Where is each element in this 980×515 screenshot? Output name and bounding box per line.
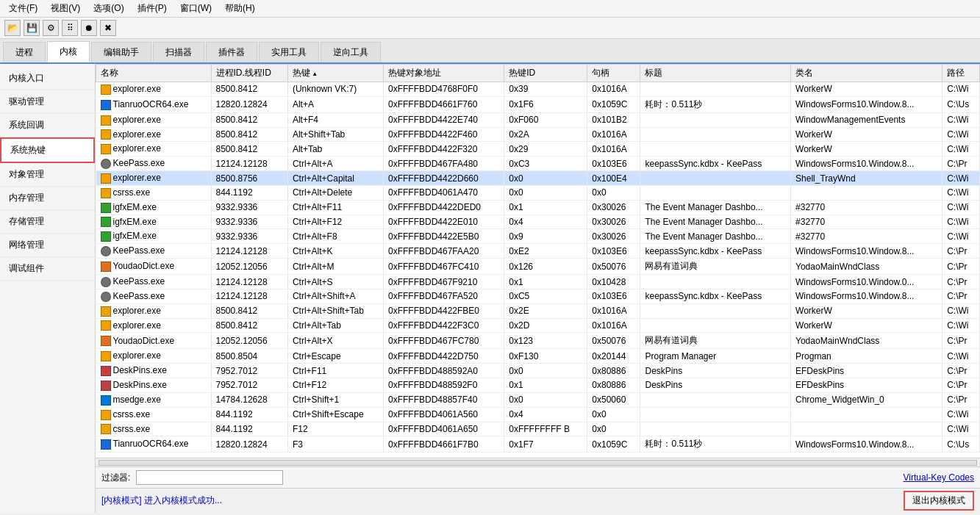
cell-4-8: C:\Wi bbox=[943, 142, 980, 156]
col-header-2[interactable]: 热键 ▲ bbox=[287, 65, 383, 82]
cell-3-8: C:\Wi bbox=[943, 127, 980, 142]
table-row[interactable]: igfxEM.exe9332.9336Ctrl+Alt+F120xFFFFBDD… bbox=[96, 215, 980, 229]
cell-18-8: C:\Wi bbox=[943, 349, 980, 364]
table-row[interactable]: csrss.exe844.1192Ctrl+Shift+Escape0xFFFF… bbox=[96, 407, 980, 422]
sidebar-item-0[interactable]: 内核入口 bbox=[0, 67, 95, 90]
tab-进程[interactable]: 进程 bbox=[3, 42, 46, 62]
row-icon bbox=[101, 159, 111, 169]
col-header-5[interactable]: 句柄 bbox=[587, 65, 640, 82]
table-row[interactable]: explorer.exe8500.8412Ctrl+Alt+Shift+Tab0… bbox=[96, 303, 980, 318]
cell-14-3: 0xFFFFBDD467FA520 bbox=[383, 289, 504, 303]
menu-plugins[interactable]: 插件(P) bbox=[132, 1, 173, 16]
content-area: 名称进程ID.线程ID热键 ▲热键对象地址热键ID句柄标题类名路径 explor… bbox=[96, 64, 980, 513]
col-header-1[interactable]: 进程ID.线程ID bbox=[211, 65, 287, 82]
table-row[interactable]: explorer.exe8500.8504Ctrl+Escape0xFFFFBD… bbox=[96, 349, 980, 364]
cell-5-2: Ctrl+Alt+A bbox=[287, 156, 383, 171]
col-header-7[interactable]: 类名 bbox=[791, 65, 943, 82]
cell-3-0: explorer.exe bbox=[96, 127, 212, 142]
cell-23-0: csrss.exe bbox=[96, 422, 212, 436]
cell-8-8: C:\Wi bbox=[943, 200, 980, 215]
vk-codes-link[interactable]: Virtual-Key Codes bbox=[904, 472, 975, 483]
menu-help[interactable]: 帮助(H) bbox=[219, 1, 261, 16]
table-row[interactable]: explorer.exe8500.8412Alt+Tab0xFFFFBDD442… bbox=[96, 142, 980, 156]
cell-0-7: WorkerW bbox=[791, 82, 943, 97]
row-icon bbox=[101, 439, 111, 450]
menu-file[interactable]: 文件(F) bbox=[3, 1, 43, 16]
table-row[interactable]: DeskPins.exe7952.7012Ctrl+F110xFFFFBDD48… bbox=[96, 364, 980, 378]
table-row[interactable]: igfxEM.exe9332.9336Ctrl+Alt+F80xFFFFBDD4… bbox=[96, 229, 980, 244]
h-scrollbar[interactable] bbox=[99, 460, 977, 466]
row-icon bbox=[101, 144, 111, 154]
sidebar-item-7[interactable]: 网络管理 bbox=[0, 234, 95, 257]
table-row[interactable]: YoudaoDict.exe12052.12056Ctrl+Alt+M0xFFF… bbox=[96, 259, 980, 275]
sidebar-item-1[interactable]: 驱动管理 bbox=[0, 90, 95, 114]
kernel-mode-link[interactable]: [内核模式] 进入内核模式成功... bbox=[101, 494, 222, 507]
sidebar-item-5[interactable]: 内存管理 bbox=[0, 187, 95, 210]
cell-22-6 bbox=[640, 407, 791, 422]
menu-view[interactable]: 视图(V) bbox=[45, 1, 86, 16]
toolbar-dots[interactable]: ⠿ bbox=[62, 20, 78, 36]
tab-扫描器[interactable]: 扫描器 bbox=[153, 42, 204, 62]
table-row[interactable]: KeePass.exe12124.12128Ctrl+Alt+K0xFFFFBD… bbox=[96, 244, 980, 259]
table-row[interactable]: csrss.exe844.1192Ctrl+Alt+Delete0xFFFFBD… bbox=[96, 185, 980, 200]
table-row[interactable]: KeePass.exe12124.12128Ctrl+Alt+A0xFFFFBD… bbox=[96, 156, 980, 171]
table-row[interactable]: explorer.exe8500.8412(Unknown VK:7)0xFFF… bbox=[96, 82, 980, 97]
table-row[interactable]: msedge.exe14784.12628Ctrl+Shift+10xFFFFB… bbox=[96, 392, 980, 407]
cell-21-4: 0x0 bbox=[504, 392, 587, 407]
cell-18-0: explorer.exe bbox=[96, 349, 212, 364]
cell-17-1: 12052.12056 bbox=[211, 333, 287, 349]
cell-3-3: 0xFFFFBDD4422F460 bbox=[383, 127, 504, 142]
filter-input[interactable] bbox=[136, 470, 283, 485]
table-row[interactable]: igfxEM.exe9332.9336Ctrl+Alt+F110xFFFFBDD… bbox=[96, 200, 980, 215]
toolbar-record[interactable]: ⏺ bbox=[81, 20, 97, 36]
toolbar-settings[interactable]: ⚙ bbox=[43, 20, 59, 36]
cell-16-5: 0x1016A bbox=[587, 318, 640, 333]
sidebar-item-4[interactable]: 对象管理 bbox=[0, 163, 95, 187]
row-icon bbox=[101, 277, 111, 287]
toolbar-save[interactable]: 💾 bbox=[24, 20, 40, 36]
sidebar-item-2[interactable]: 系统回调 bbox=[0, 114, 95, 137]
cell-13-2: Ctrl+Alt+S bbox=[287, 275, 383, 289]
table-container[interactable]: 名称进程ID.线程ID热键 ▲热键对象地址热键ID句柄标题类名路径 explor… bbox=[96, 64, 980, 458]
cell-0-8: C:\Wi bbox=[943, 82, 980, 97]
col-header-4[interactable]: 热键ID bbox=[504, 65, 587, 82]
col-header-0[interactable]: 名称 bbox=[96, 65, 212, 82]
tab-内核[interactable]: 内核 bbox=[47, 41, 90, 62]
exit-kernel-btn[interactable]: 退出内核模式 bbox=[904, 491, 974, 511]
table-row[interactable]: KeePass.exe12124.12128Ctrl+Alt+S0xFFFFBD… bbox=[96, 275, 980, 289]
menu-window[interactable]: 窗口(W) bbox=[174, 1, 218, 16]
cell-1-4: 0x1F6 bbox=[504, 96, 587, 112]
toolbar-close[interactable]: ✖ bbox=[100, 20, 116, 36]
cell-12-4: 0x126 bbox=[504, 259, 587, 275]
cell-9-7: #32770 bbox=[791, 215, 943, 229]
col-header-8[interactable]: 路径 bbox=[943, 65, 980, 82]
cell-19-3: 0xFFFFBDD488592A0 bbox=[383, 364, 504, 378]
cell-14-8: C:\Pr bbox=[943, 289, 980, 303]
tab-编辑助手[interactable]: 编辑助手 bbox=[91, 42, 151, 62]
table-row[interactable]: explorer.exe8500.8412Alt+Shift+Tab0xFFFF… bbox=[96, 127, 980, 142]
sidebar-item-8[interactable]: 调试组件 bbox=[0, 257, 95, 281]
table-row[interactable]: explorer.exe8500.8412Alt+F40xFFFFBDD4422… bbox=[96, 112, 980, 127]
cell-16-2: Ctrl+Alt+Tab bbox=[287, 318, 383, 333]
cell-24-3: 0xFFFFBDD4661F7B0 bbox=[383, 436, 504, 453]
sidebar-item-6[interactable]: 存储管理 bbox=[0, 210, 95, 234]
scroll-area[interactable] bbox=[96, 458, 980, 467]
cell-4-4: 0x29 bbox=[504, 142, 587, 156]
tab-逆向工具[interactable]: 逆向工具 bbox=[321, 42, 381, 62]
cell-11-3: 0xFFFFBDD467FAA20 bbox=[383, 244, 504, 259]
table-row[interactable]: csrss.exe844.1192F120xFFFFBDD4061A6500xF… bbox=[96, 422, 980, 436]
sidebar-item-3[interactable]: 系统热键 bbox=[0, 137, 95, 163]
col-header-3[interactable]: 热键对象地址 bbox=[383, 65, 504, 82]
tab-插件器[interactable]: 插件器 bbox=[206, 42, 257, 62]
table-row[interactable]: YoudaoDict.exe12052.12056Ctrl+Alt+X0xFFF… bbox=[96, 333, 980, 349]
table-row[interactable]: explorer.exe8500.8412Ctrl+Alt+Tab0xFFFFB… bbox=[96, 318, 980, 333]
table-row[interactable]: TianruoOCR64.exe12820.12824F30xFFFFBDD46… bbox=[96, 436, 980, 453]
menu-options[interactable]: 选项(O) bbox=[87, 1, 129, 16]
tab-实用工具[interactable]: 实用工具 bbox=[259, 42, 319, 62]
table-row[interactable]: explorer.exe8500.8756Ctrl+Alt+Capital0xF… bbox=[96, 171, 980, 186]
col-header-6[interactable]: 标题 bbox=[640, 65, 791, 82]
table-row[interactable]: TianruoOCR64.exe12820.12824Alt+A0xFFFFBD… bbox=[96, 96, 980, 112]
table-row[interactable]: KeePass.exe12124.12128Ctrl+Alt+Shift+A0x… bbox=[96, 289, 980, 303]
toolbar-open[interactable]: 📂 bbox=[4, 20, 21, 36]
table-row[interactable]: DeskPins.exe7952.7012Ctrl+F120xFFFFBDD48… bbox=[96, 378, 980, 393]
